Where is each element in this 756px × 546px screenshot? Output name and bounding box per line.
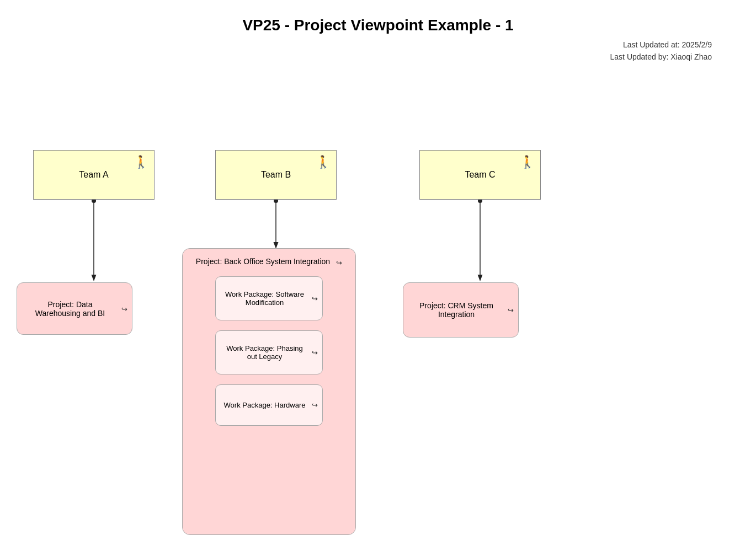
team-a-label: Team A — [79, 170, 108, 180]
back-office-title: Project: Back Office System Integration — [196, 257, 330, 266]
wp-software-link-icon[interactable]: ↪ — [312, 294, 318, 302]
wp-phasing-box[interactable]: Work Package: Phasing out Legacy ↪ — [215, 330, 323, 374]
team-b-person-icon: 🚶 — [316, 155, 331, 169]
team-a-person-icon: 🚶 — [134, 155, 148, 169]
back-office-link-icon[interactable]: ↪ — [336, 259, 342, 267]
team-a-box[interactable]: Team A 🚶 — [33, 150, 155, 200]
wp-hardware-link-icon[interactable]: ↪ — [312, 401, 318, 409]
diagram-area: Team A 🚶 Team B 🚶 Team C 🚶 Project: Data… — [0, 51, 756, 525]
team-b-label: Team B — [261, 170, 291, 180]
wp-phasing-label: Work Package: Phasing out Legacy — [222, 344, 307, 361]
team-b-box[interactable]: Team B 🚶 — [215, 150, 337, 200]
project-data-warehousing-link-icon[interactable]: ↪ — [121, 304, 127, 313]
wp-hardware-box[interactable]: Work Package: Hardware ↪ — [215, 384, 323, 426]
team-c-person-icon: 🚶 — [520, 155, 535, 169]
project-crm[interactable]: Project: CRM System Integration ↪ — [403, 282, 519, 338]
updated-at: Last Updated at: 2025/2/9 — [610, 39, 712, 51]
team-c-box[interactable]: Team C 🚶 — [419, 150, 541, 200]
project-data-warehousing[interactable]: Project: Data Warehousing and BI ↪ — [17, 282, 132, 335]
wp-software-box[interactable]: Work Package: Software Modification ↪ — [215, 276, 323, 320]
back-office-container: Project: Back Office System Integration … — [182, 248, 356, 535]
team-c-label: Team C — [465, 170, 495, 180]
project-crm-link-icon[interactable]: ↪ — [508, 306, 514, 314]
project-data-warehousing-label: Project: Data Warehousing and BI — [25, 300, 115, 318]
wp-hardware-label: Work Package: Hardware — [224, 401, 306, 409]
wp-phasing-link-icon[interactable]: ↪ — [312, 348, 318, 356]
project-crm-label: Project: CRM System Integration — [411, 301, 502, 319]
page-title: VP25 - Project Viewpoint Example - 1 — [0, 0, 756, 40]
wp-software-label: Work Package: Software Modification — [222, 290, 307, 307]
